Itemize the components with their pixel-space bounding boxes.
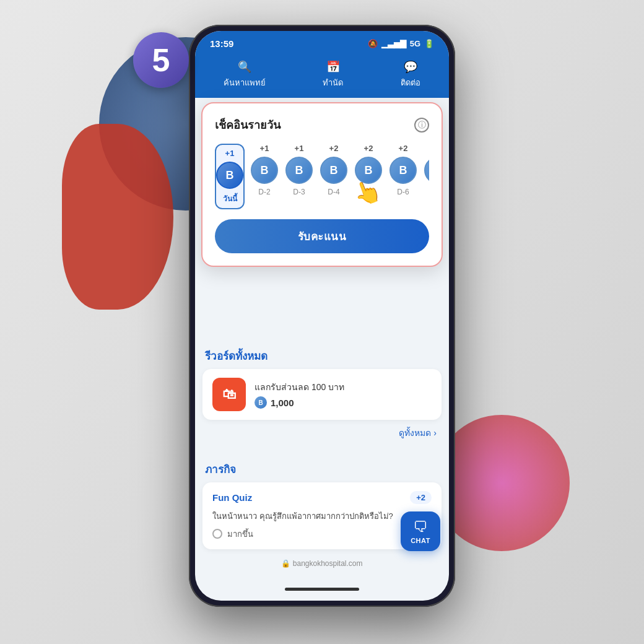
nav-label-contact: ติดต่อ xyxy=(401,76,420,89)
day-item-today[interactable]: +1 B วันนี้ xyxy=(215,144,245,209)
day-coin-4: B xyxy=(320,157,347,184)
bg-blob-red xyxy=(62,124,173,310)
rewards-section: รีวอร์ดทั้งหมด 🛍 แลกรับส่วนลด 100 บาท B … xyxy=(195,337,449,446)
section-divider xyxy=(195,446,449,451)
reward-name: แลกรับส่วนลด 100 บาท xyxy=(255,380,432,394)
day-coin-6: B xyxy=(389,157,417,184)
rewards-section-title: รีวอร์ดทั้งหมด xyxy=(195,337,449,369)
checkin-popup: เช็คอินรายวัน ⓘ +1 B วันนี้ +1 B D-2 xyxy=(201,102,443,267)
home-indicator xyxy=(285,588,359,591)
day-coin-3: B xyxy=(285,157,313,184)
reward-card[interactable]: 🛍 แลกรับส่วนลด 100 บาท B 1,000 xyxy=(202,369,442,420)
nav-item-contact[interactable]: 💬 ติดต่อ xyxy=(401,60,420,89)
day-coin-7: B xyxy=(424,157,429,184)
silent-icon: 🔕 xyxy=(368,39,378,48)
mission-pts: +2 xyxy=(410,491,432,504)
day-points-6: +2 xyxy=(399,144,408,153)
search-icon: 🔍 xyxy=(238,60,251,74)
reward-pts-number: 1,000 xyxy=(271,398,294,408)
day-points-4: +2 xyxy=(329,144,339,153)
day-coin-2: B xyxy=(251,157,278,184)
shopee-logo: 🛍 xyxy=(212,378,246,411)
calendar-icon: 📅 xyxy=(326,60,340,74)
website-url: 🔒 bangkokhospital.com xyxy=(281,559,362,568)
reward-info: แลกรับส่วนลด 100 บาท B 1,000 xyxy=(255,380,432,409)
view-all-link[interactable]: ดูทั้งหมด xyxy=(195,420,449,446)
day-points-3: +1 xyxy=(295,144,304,153)
website-bar: 🔒 bangkokhospital.com xyxy=(195,559,449,568)
nav-item-search[interactable]: 🔍 ค้นหาแพทย์ xyxy=(224,60,266,89)
status-time: 13:59 xyxy=(210,38,233,49)
day-points-1: +1 xyxy=(225,149,235,158)
day-item-d7[interactable]: +5 B D-7 xyxy=(423,144,429,209)
contact-icon: 💬 xyxy=(404,60,417,74)
checkin-button[interactable]: รับคะแนน xyxy=(215,219,429,253)
day-item-d6[interactable]: +2 B D-6 xyxy=(388,144,418,209)
scene: 5 13:59 🔕 ▁▃▅▇ 5G 🔋 🔍 ค้นหาแพทย์ xyxy=(0,0,644,644)
signal-bars: ▁▃▅▇ xyxy=(381,39,406,48)
chat-button[interactable]: 🗨 CHAT xyxy=(401,511,440,551)
option-label: มากขึ้น xyxy=(227,528,253,541)
day-label-6: D-6 xyxy=(397,188,409,196)
mission-title: ภารกิจ xyxy=(195,451,449,482)
phone-screen: 13:59 🔕 ▁▃▅▇ 5G 🔋 🔍 ค้นหาแพทย์ 📅 ทำนัด xyxy=(195,31,449,601)
day-item-d3[interactable]: +1 B D-3 xyxy=(284,144,314,209)
mission-question: ในหน้าหนาว คุณรู้สึกแพ้อากาศมากกว่าปกติห… xyxy=(212,510,432,523)
mission-option[interactable]: มากขึ้น xyxy=(212,528,432,541)
chat-icon: 🗨 xyxy=(413,518,428,536)
day-item-d4[interactable]: +2 B D-4 xyxy=(319,144,349,209)
checkin-header: เช็คอินรายวัน ⓘ xyxy=(215,116,429,134)
day-label-2: D-2 xyxy=(258,188,270,196)
nav-label-appointment: ทำนัด xyxy=(323,76,343,89)
nav-bar: 🔍 ค้นหาแพทย์ 📅 ทำนัด 💬 ติดต่อ xyxy=(195,54,449,98)
checkin-days: +1 B วันนี้ +1 B D-2 +1 B D-3 xyxy=(215,144,429,209)
day-item-d2[interactable]: +1 B D-2 xyxy=(250,144,279,209)
badge-number: 5 xyxy=(152,41,170,79)
network-type: 5G xyxy=(410,39,420,48)
mission-name: Fun Quiz xyxy=(212,492,252,503)
day-label-3: D-3 xyxy=(293,188,305,196)
day-coin-1: B xyxy=(216,162,243,189)
b-coin-icon: B xyxy=(255,396,267,409)
day-points-5: +2 xyxy=(364,144,373,153)
checkin-title: เช็คอินรายวัน xyxy=(215,116,281,134)
mission-header: Fun Quiz +2 xyxy=(212,491,432,504)
reward-points: B 1,000 xyxy=(255,396,432,409)
notification-badge: 5 xyxy=(133,32,189,88)
radio-circle[interactable] xyxy=(212,529,222,539)
day-label-4: D-4 xyxy=(328,188,339,196)
nav-label-search: ค้นหาแพทย์ xyxy=(224,76,266,89)
day-points-2: +1 xyxy=(260,144,269,153)
info-icon[interactable]: ⓘ xyxy=(414,118,429,133)
chat-label: CHAT xyxy=(411,537,430,544)
status-icons: 🔕 ▁▃▅▇ 5G 🔋 xyxy=(368,39,434,48)
status-bar: 13:59 🔕 ▁▃▅▇ 5G 🔋 xyxy=(195,31,449,54)
shopee-icon: 🛍 xyxy=(222,386,236,402)
nav-item-appointment[interactable]: 📅 ทำนัด xyxy=(323,60,343,89)
phone-frame: 13:59 🔕 ▁▃▅▇ 5G 🔋 🔍 ค้นหาแพทย์ 📅 ทำนัด xyxy=(189,25,455,607)
battery-icon: 🔋 xyxy=(424,39,434,48)
day-label-1: วันนี้ xyxy=(223,193,237,204)
